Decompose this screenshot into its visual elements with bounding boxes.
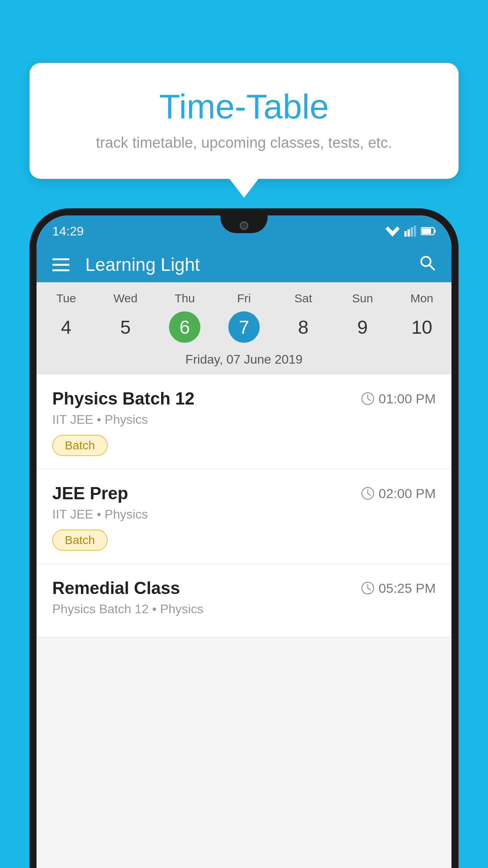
schedule-time: 02:00 PM: [378, 486, 436, 501]
svg-rect-2: [407, 229, 410, 237]
day-number[interactable]: 9: [347, 311, 378, 343]
schedule-item[interactable]: Physics Batch 1201:00 PMIIT JEE • Physic…: [37, 375, 451, 469]
day-name-label: Fri: [237, 292, 251, 305]
tooltip-card: Time-Table track timetable, upcoming cla…: [29, 63, 459, 179]
schedule-list: Physics Batch 1201:00 PMIIT JEE • Physic…: [37, 375, 451, 638]
schedule-time: 05:25 PM: [378, 581, 436, 596]
schedule-item[interactable]: Remedial Class05:25 PMPhysics Batch 12 •…: [37, 564, 451, 638]
schedule-time: 01:00 PM: [378, 391, 436, 406]
day-number[interactable]: 5: [110, 311, 141, 343]
day-number[interactable]: 4: [50, 311, 82, 343]
camera: [240, 221, 248, 230]
svg-rect-7: [422, 228, 431, 234]
day-number[interactable]: 10: [406, 311, 438, 343]
selected-date-label: Friday, 07 June 2019: [37, 348, 451, 375]
schedule-subtitle: IIT JEE • Physics: [52, 412, 436, 427]
hamburger-menu-button[interactable]: [52, 258, 70, 271]
phone-inner: 14:29: [37, 215, 451, 868]
schedule-title: JEE Prep: [52, 484, 128, 503]
day-name-label: Wed: [114, 292, 138, 305]
calendar-day-col[interactable]: Mon10: [392, 292, 451, 343]
day-name-label: Tue: [56, 292, 76, 305]
tooltip-subtitle: track timetable, upcoming classes, tests…: [53, 134, 435, 151]
svg-rect-3: [411, 227, 413, 237]
day-number[interactable]: 7: [228, 311, 260, 343]
clock-icon: [361, 487, 374, 500]
batch-badge: Batch: [52, 435, 108, 456]
calendar-day-col[interactable]: Tue4: [37, 292, 96, 343]
battery-icon: [421, 227, 436, 235]
svg-line-12: [368, 399, 371, 401]
clock-icon: [361, 392, 374, 405]
schedule-item[interactable]: JEE Prep02:00 PMIIT JEE • PhysicsBatch: [37, 469, 451, 564]
svg-rect-6: [434, 230, 436, 233]
calendar-days-row: Tue4Wed5Thu6Fri7Sat8Sun9Mon10: [37, 282, 451, 348]
day-number[interactable]: 8: [288, 311, 319, 343]
status-icons: [385, 226, 436, 237]
day-name-label: Thu: [174, 292, 195, 305]
clock-icon: [361, 581, 374, 595]
svg-line-15: [368, 493, 371, 495]
status-time: 14:29: [52, 224, 84, 239]
app-header: Learning Light: [37, 247, 451, 282]
day-name-label: Sun: [352, 292, 373, 305]
svg-rect-4: [414, 226, 416, 237]
day-name-label: Sat: [294, 292, 312, 305]
calendar-day-col[interactable]: Sun9: [333, 292, 392, 343]
day-name-label: Mon: [410, 292, 433, 305]
schedule-title: Remedial Class: [52, 578, 180, 598]
phone-frame: 14:29: [29, 208, 459, 868]
svg-marker-0: [385, 226, 400, 237]
calendar-day-col[interactable]: Fri7: [215, 292, 274, 343]
svg-line-18: [368, 588, 371, 590]
wifi-icon: [385, 226, 400, 237]
schedule-subtitle: Physics Batch 12 • Physics: [52, 602, 436, 616]
tooltip-title: Time-Table: [53, 86, 435, 127]
calendar-day-col[interactable]: Sat8: [273, 292, 333, 343]
schedule-subtitle: IIT JEE • Physics: [52, 507, 436, 522]
search-button[interactable]: [418, 254, 436, 275]
signal-icon: [404, 226, 416, 237]
calendar-section: Tue4Wed5Thu6Fri7Sat8Sun9Mon10 Friday, 07…: [37, 282, 451, 375]
svg-line-9: [429, 265, 434, 270]
calendar-day-col[interactable]: Wed5: [96, 292, 155, 343]
batch-badge: Batch: [52, 530, 108, 551]
phone-notch: [220, 215, 268, 233]
svg-rect-1: [404, 231, 407, 237]
day-number[interactable]: 6: [169, 311, 200, 343]
calendar-day-col[interactable]: Thu6: [155, 292, 215, 343]
schedule-title: Physics Batch 12: [52, 389, 194, 408]
app-title: Learning Light: [85, 254, 418, 275]
